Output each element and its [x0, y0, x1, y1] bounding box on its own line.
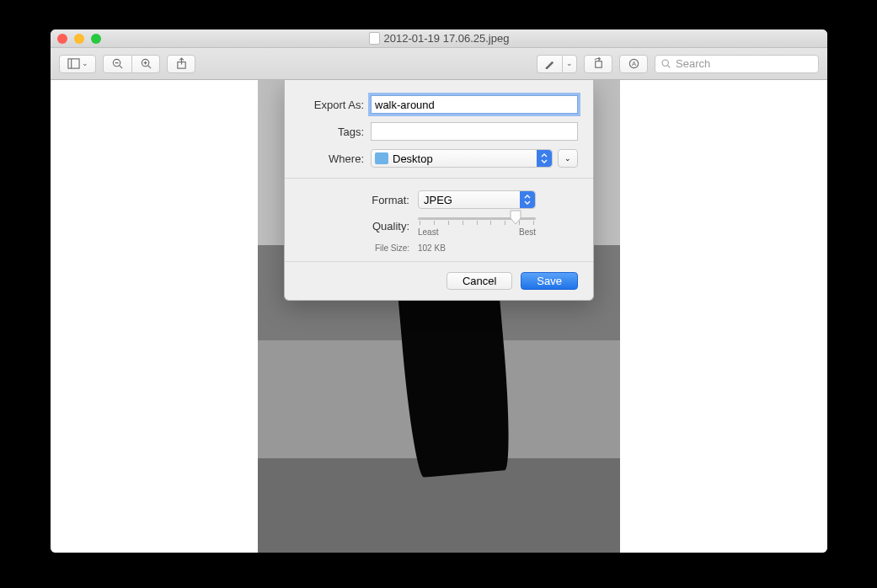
where-label: Where: [300, 152, 364, 165]
annotate-button[interactable]: A [619, 55, 648, 73]
file-icon [369, 32, 380, 45]
updown-icon [537, 150, 552, 167]
window-title-text: 2012-01-19 17.06.25.jpeg [384, 32, 510, 45]
expand-location-button[interactable]: ⌄ [558, 149, 578, 168]
markup-button[interactable] [537, 55, 562, 73]
traffic-lights [57, 34, 101, 44]
filesize-value: 102 KB [418, 243, 446, 253]
search-placeholder: Search [676, 57, 710, 70]
where-value: Desktop [393, 152, 433, 165]
slider-thumb-icon[interactable] [509, 210, 522, 225]
folder-icon [375, 152, 388, 164]
quality-best-label: Best [519, 227, 536, 237]
chevron-down-icon: ⌄ [564, 155, 571, 163]
cancel-button[interactable]: Cancel [447, 272, 512, 290]
save-button[interactable]: Save [521, 272, 578, 290]
svg-rect-0 [67, 59, 78, 68]
updown-icon [520, 191, 535, 208]
cancel-label: Cancel [463, 275, 496, 287]
format-value: JPEG [424, 194, 452, 206]
preview-window: 2012-01-19 17.06.25.jpeg ⌄ ⌄ [51, 29, 827, 553]
filesize-label: File Size: [300, 243, 409, 253]
window-title: 2012-01-19 17.06.25.jpeg [101, 32, 777, 45]
sidebar-toggle-button[interactable]: ⌄ [59, 55, 96, 73]
export-as-input[interactable] [371, 95, 578, 114]
window-minimize-button[interactable] [74, 34, 84, 44]
rotate-button[interactable] [584, 55, 612, 73]
search-icon [660, 58, 671, 69]
tags-label: Tags: [300, 126, 364, 138]
share-button[interactable] [167, 55, 195, 73]
quality-slider[interactable]: Least Best [418, 216, 536, 237]
content-area: Export As: Tags: Where: Desktop [51, 80, 827, 553]
save-label: Save [537, 275, 562, 287]
chevron-down-icon: ⌄ [82, 60, 88, 67]
format-label: Format: [300, 194, 409, 206]
zoom-out-button[interactable] [103, 55, 131, 73]
zoom-in-button[interactable] [131, 55, 160, 73]
window-zoom-button[interactable] [91, 34, 101, 44]
svg-line-6 [147, 66, 150, 68]
toolbar: ⌄ ⌄ A Searc [51, 48, 827, 80]
where-select[interactable]: Desktop [371, 149, 553, 168]
svg-text:A: A [631, 60, 635, 67]
window-close-button[interactable] [57, 34, 67, 44]
titlebar: 2012-01-19 17.06.25.jpeg [51, 29, 827, 48]
quality-least-label: Least [418, 227, 438, 237]
export-as-label: Export As: [300, 99, 364, 111]
quality-label: Quality: [300, 220, 409, 233]
search-input[interactable]: Search [655, 55, 819, 73]
tags-input[interactable] [371, 122, 578, 141]
export-sheet: Export As: Tags: Where: Desktop [284, 80, 594, 301]
chevron-down-icon: ⌄ [566, 60, 573, 67]
svg-point-14 [662, 60, 668, 66]
markup-dropdown-button[interactable]: ⌄ [562, 55, 577, 73]
svg-line-15 [668, 66, 671, 68]
svg-rect-11 [595, 61, 602, 68]
svg-line-3 [120, 66, 122, 68]
format-select[interactable]: JPEG [418, 190, 536, 209]
